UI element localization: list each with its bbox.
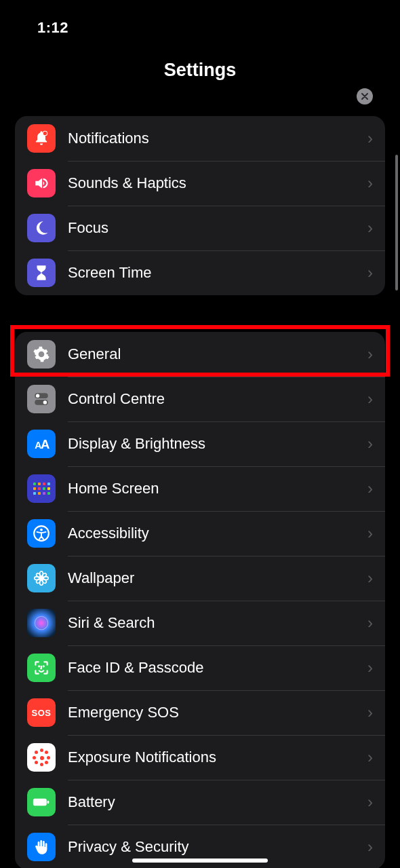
row-notifications[interactable]: Notifications › — [15, 116, 385, 161]
row-label: Control Centre — [68, 390, 367, 408]
row-display-brightness[interactable]: AA Display & Brightness › — [15, 421, 385, 466]
text-size-icon: AA — [27, 430, 56, 458]
chevron-right-icon: › — [367, 703, 373, 722]
row-label: Focus — [68, 219, 367, 237]
svg-text:A: A — [41, 437, 49, 451]
row-face-id-passcode[interactable]: Face ID & Passcode › — [15, 645, 385, 690]
page-title: Settings — [0, 60, 400, 81]
row-siri-search[interactable]: Siri & Search › — [15, 601, 385, 645]
row-focus[interactable]: Focus › — [15, 206, 385, 250]
chevron-right-icon: › — [367, 569, 373, 588]
exposure-icon — [27, 743, 56, 772]
app-grid-icon — [27, 474, 56, 503]
close-button[interactable] — [357, 88, 373, 105]
toggles-icon — [27, 385, 56, 413]
row-label: Notifications — [68, 130, 367, 147]
row-label: Emergency SOS — [68, 704, 367, 721]
gear-icon — [27, 340, 56, 369]
scroll-indicator[interactable] — [395, 155, 398, 290]
row-emergency-sos[interactable]: SOS Emergency SOS › — [15, 690, 385, 735]
hourglass-icon — [27, 259, 56, 287]
home-indicator[interactable] — [132, 858, 268, 863]
face-id-icon — [27, 654, 56, 682]
svg-point-11 — [43, 400, 47, 404]
sos-icon: SOS — [27, 698, 56, 727]
row-label: Screen Time — [68, 264, 367, 282]
chevron-right-icon: › — [367, 837, 373, 856]
chevron-right-icon: › — [367, 263, 373, 282]
row-label: Sounds & Haptics — [68, 174, 367, 192]
svg-rect-29 — [47, 801, 49, 804]
row-label: Face ID & Passcode — [68, 659, 367, 677]
chevron-right-icon: › — [367, 174, 373, 193]
row-wallpaper[interactable]: Wallpaper › — [15, 556, 385, 601]
svg-point-15 — [40, 529, 43, 531]
flower-icon — [27, 564, 56, 592]
svg-rect-28 — [33, 799, 47, 806]
row-exposure-notifications[interactable]: Exposure Notifications › — [15, 735, 385, 780]
chevron-right-icon: › — [367, 129, 373, 148]
status-bar: 1:12 — [0, 0, 400, 41]
chevron-right-icon: › — [367, 614, 373, 633]
settings-group-1: Notifications › Sounds & Haptics › Focus… — [15, 116, 385, 295]
row-label: Siri & Search — [68, 614, 367, 632]
row-label: Privacy & Security — [68, 838, 367, 856]
phone-frame: 1:12 Settings Notifications — [0, 0, 400, 868]
row-accessibility[interactable]: Accessibility › — [15, 511, 385, 556]
chevron-right-icon: › — [367, 658, 373, 677]
svg-point-21 — [36, 573, 41, 578]
svg-point-9 — [36, 394, 39, 397]
chevron-right-icon: › — [367, 345, 373, 364]
status-time: 1:12 — [37, 19, 68, 37]
chevron-right-icon: › — [367, 524, 373, 543]
row-label: Wallpaper — [68, 569, 367, 587]
speaker-icon — [27, 169, 56, 197]
row-label: Home Screen — [68, 480, 367, 497]
hand-icon — [27, 833, 56, 861]
status-icons — [362, 22, 373, 34]
svg-point-7 — [43, 131, 47, 136]
accessibility-icon — [27, 519, 56, 548]
row-label: Battery — [68, 793, 367, 811]
svg-point-22 — [41, 578, 47, 584]
moon-icon — [27, 214, 56, 242]
chevron-right-icon: › — [367, 219, 373, 238]
bell-icon — [27, 124, 56, 153]
row-label: General — [68, 345, 367, 363]
row-label: Display & Brightness — [68, 435, 367, 453]
svg-point-26 — [39, 666, 39, 666]
row-label: Exposure Notifications — [68, 749, 367, 766]
battery-full-icon — [27, 788, 56, 816]
row-label: Accessibility — [68, 525, 367, 542]
chevron-right-icon: › — [367, 390, 373, 409]
row-general[interactable]: General › — [15, 332, 385, 377]
chevron-right-icon: › — [367, 479, 373, 498]
row-battery[interactable]: Battery › — [15, 780, 385, 825]
chevron-right-icon: › — [367, 748, 373, 767]
chevron-right-icon: › — [367, 434, 373, 453]
row-home-screen[interactable]: Home Screen › — [15, 466, 385, 511]
row-control-centre[interactable]: Control Centre › — [15, 377, 385, 421]
siri-icon — [27, 609, 56, 637]
settings-groups: Notifications › Sounds & Haptics › Focus… — [0, 116, 400, 868]
svg-point-27 — [43, 666, 44, 666]
svg-point-24 — [36, 578, 41, 584]
svg-point-23 — [41, 573, 47, 578]
chevron-right-icon: › — [367, 793, 373, 812]
svg-point-25 — [35, 616, 48, 630]
row-sounds-haptics[interactable]: Sounds & Haptics › — [15, 161, 385, 206]
settings-group-2: General › Control Centre › AA Display & … — [15, 332, 385, 868]
row-screen-time[interactable]: Screen Time › — [15, 250, 385, 295]
